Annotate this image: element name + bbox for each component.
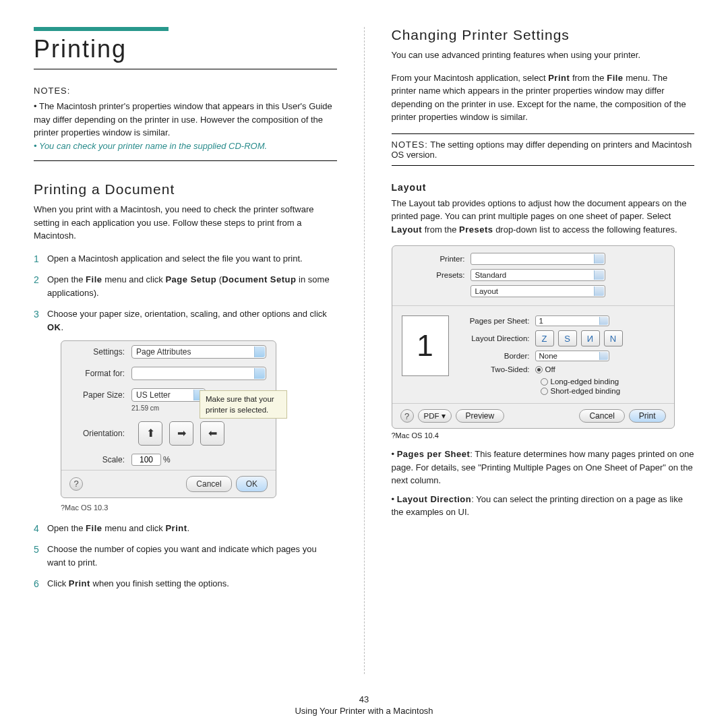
section-heading: Printing a Document — [34, 181, 337, 198]
orientation-portrait[interactable]: ⬆ — [138, 421, 162, 446]
note-item: The Macintosh printer's properties windo… — [34, 100, 337, 140]
direction-label: Layout Direction: — [460, 334, 535, 342]
left-column: Printing NOTES: The Macintosh printer's … — [34, 27, 337, 661]
layout-paragraph: The Layout tab provides options to adjus… — [392, 197, 695, 237]
help-button[interactable]: ? — [69, 477, 83, 491]
help-icon: ? — [73, 477, 78, 491]
page-footer: 43 Using Your Printer with a Macintosh — [0, 694, 728, 716]
printer-label: Printer: — [402, 255, 471, 263]
twosided-short-radio[interactable] — [541, 388, 548, 395]
step-1: Open a Macintosh application and select … — [34, 252, 337, 266]
settings-label: Settings: — [71, 346, 131, 358]
portrait-icon: ⬆ — [146, 425, 155, 442]
format-select[interactable] — [131, 367, 266, 380]
step-2: Open the File menu and click Page Setup … — [34, 273, 337, 299]
right-p2: From your Macintosh application, select … — [392, 71, 695, 124]
direction-icon: S — [564, 334, 570, 344]
orientation-landscape-right[interactable]: ⬅ — [200, 421, 224, 446]
step-3: Choose your paper size, orientation, sca… — [34, 307, 337, 514]
twosided-off-label: Off — [545, 365, 555, 373]
footer-text: Using Your Printer with a Macintosh — [0, 706, 728, 716]
help-button[interactable]: ? — [400, 409, 414, 423]
dialog2-caption: ?Mac OS 10.4 — [392, 431, 695, 439]
accent-bar — [34, 27, 169, 31]
settings-select[interactable]: Page Attributes — [131, 345, 266, 359]
dropdown-triangle-icon: ▾ — [442, 411, 446, 421]
help-icon: ? — [404, 411, 409, 421]
right-title: Changing Printer Settings — [392, 27, 695, 43]
section-select[interactable]: Layout — [471, 285, 605, 297]
dialog-caption: ?Mac OS 10.3 — [61, 502, 337, 514]
border-select[interactable]: None — [535, 351, 609, 361]
feature-direction: Layout Direction: You can select the pri… — [392, 493, 695, 519]
pps-label: Pages per Sheet: — [460, 317, 535, 325]
format-label: Format for: — [71, 367, 131, 380]
step-6: Click Print when you finish setting the … — [34, 577, 337, 590]
scale-label: Scale: — [71, 454, 131, 466]
notes-heading: NOTES: — [34, 86, 337, 96]
twosided-long-radio[interactable] — [541, 378, 548, 386]
direction-option-2[interactable]: S — [558, 330, 577, 346]
direction-icon: Z — [542, 334, 547, 344]
twosided-short-label: Short-edged binding — [551, 387, 621, 395]
step-4: Open the File menu and click Print. — [34, 522, 337, 535]
page-number: 43 — [0, 694, 728, 704]
presets-label: Presets: — [402, 271, 471, 279]
twosided-long-label: Long-edged binding — [551, 377, 619, 386]
twosided-off-radio[interactable] — [535, 366, 543, 373]
scale-input[interactable] — [131, 454, 161, 466]
paper-select[interactable]: US Letter — [131, 388, 206, 402]
orientation-landscape-left[interactable]: ➡ — [169, 421, 193, 446]
preview-button[interactable]: Preview — [456, 409, 505, 423]
scale-unit: % — [163, 454, 171, 466]
twosided-label: Two-Sided: — [460, 365, 535, 373]
feature-pps: Pages per Sheet: This feature determines… — [392, 448, 695, 487]
steps-list: Open a Macintosh application and select … — [34, 252, 337, 590]
direction-icon: N — [610, 334, 616, 344]
notes-box: NOTES: The setting options may differ de… — [392, 133, 695, 166]
ok-button[interactable]: OK — [236, 476, 268, 492]
notes-list: The Macintosh printer's properties windo… — [34, 100, 337, 161]
border-label: Border: — [460, 352, 535, 360]
cancel-button[interactable]: Cancel — [579, 409, 624, 423]
right-column: Changing Printer Settings You can use ad… — [392, 27, 695, 661]
presets-select[interactable]: Standard — [471, 269, 605, 281]
landscape-right-icon: ⬅ — [208, 425, 217, 442]
pps-select[interactable]: 1 — [535, 315, 609, 326]
callout-tooltip: Make sure that your printer is selected. — [200, 390, 287, 419]
print-button[interactable]: Print — [629, 409, 666, 423]
layout-heading: Layout — [392, 182, 695, 193]
cancel-button[interactable]: Cancel — [186, 476, 231, 492]
page-setup-dialog: Settings: Page Attributes Format for: Pa… — [61, 340, 276, 498]
landscape-left-icon: ➡ — [177, 425, 186, 442]
feature-list: Pages per Sheet: This feature determines… — [392, 448, 695, 519]
column-divider — [364, 27, 365, 674]
page-title: Printing — [34, 35, 337, 69]
section-intro: When you print with a Macintosh, you nee… — [34, 203, 337, 243]
note-item-italic: You can check your printer name in the s… — [34, 140, 337, 153]
paper-label: Paper Size: — [71, 389, 131, 401]
direction-option-3[interactable]: И — [581, 330, 600, 346]
step-5: Choose the number of copies you want and… — [34, 543, 337, 569]
direction-option-1[interactable]: Z — [535, 330, 554, 346]
print-dialog: Printer: Presets: Standard Layout 1 Page… — [392, 245, 675, 429]
direction-option-4[interactable]: N — [604, 330, 623, 346]
pdf-button[interactable]: PDF ▾ — [418, 409, 452, 423]
layout-preview: 1 — [402, 315, 449, 376]
printer-select[interactable] — [471, 253, 605, 265]
right-p1: You can use advanced printing features w… — [392, 49, 695, 62]
direction-icon: И — [587, 334, 593, 344]
orientation-label: Orientation: — [71, 427, 131, 439]
